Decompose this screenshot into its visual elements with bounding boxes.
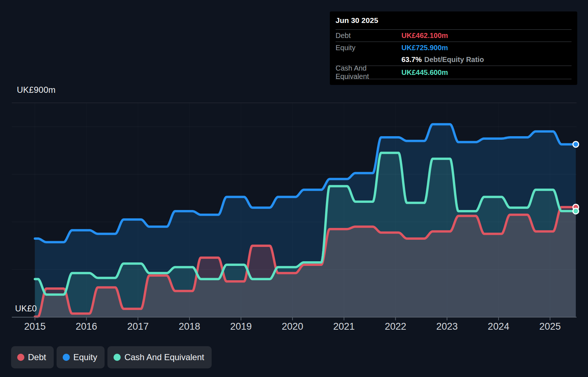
legend-item-cash[interactable]: Cash And Equivalent [107,346,212,368]
debt-series-dot-icon [17,354,24,361]
debt-equity-ratio-label: Debt/Equity Ratio [424,56,484,64]
cash-series-dot-icon [114,354,121,361]
debt-equity-ratio-value: 63.7% [401,56,422,64]
legend-equity-label: Equity [73,352,97,362]
x-axis-label: 2018 [179,321,200,332]
x-axis-label: 2024 [488,321,509,332]
end-marker-equity [573,142,579,147]
tooltip-row-debt: Debt UK£462.100m [336,30,572,42]
x-axis-label: 2023 [436,321,458,332]
tooltip-row-cash: Cash And Equivalent UK£445.600m [336,66,572,79]
x-axis-label: 2015 [24,321,45,332]
y-axis-zero-label: UK£0 [15,304,37,314]
legend-item-equity[interactable]: Equity [57,346,105,368]
y-axis-max-label: UK£900m [17,85,56,95]
hover-tooltip: Jun 30 2025 Debt UK£462.100m Equity UK£7… [330,11,577,85]
x-axis-label: 2022 [385,321,406,332]
tooltip-cash-label: Cash And Equivalent [336,64,401,81]
tooltip-cash-value: UK£445.600m [401,68,448,77]
x-axis-label: 2017 [127,321,149,332]
x-axis-label: 2020 [282,321,303,332]
tooltip-date: Jun 30 2025 [336,11,572,30]
legend-cash-label: Cash And Equivalent [124,352,204,362]
x-axis-label: 2016 [76,321,97,332]
legend-item-debt[interactable]: Debt [11,346,54,368]
legend-debt-label: Debt [28,352,46,362]
tooltip-debt-label: Debt [336,32,401,40]
x-axis-label: 2021 [333,321,355,332]
tooltip-row-equity: Equity UK£725.900m [336,42,572,54]
equity-series-dot-icon [63,354,70,361]
legend: Debt Equity Cash And Equivalent [11,346,212,368]
x-axis-label: 2025 [539,321,561,332]
end-marker-cash [573,208,579,214]
tooltip-equity-label: Equity [336,44,401,52]
tooltip-equity-value: UK£725.900m [401,44,448,52]
tooltip-debt-value: UK£462.100m [401,32,448,40]
x-axis-label: 2019 [230,321,252,332]
debt-equity-history-page: 2015201620172018201920202021202220232024… [0,0,588,377]
